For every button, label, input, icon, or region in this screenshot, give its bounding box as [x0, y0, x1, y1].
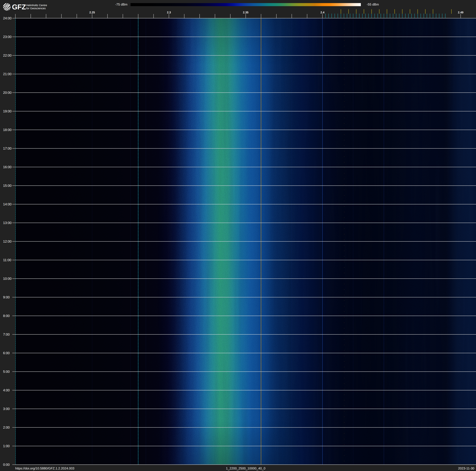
svg-text:21:00: 21:00	[3, 72, 12, 76]
svg-text:https://doi.org/10.5880/GFZ.1.: https://doi.org/10.5880/GFZ.1.2.2024.003	[15, 467, 74, 470]
svg-text:-55 dBm: -55 dBm	[367, 3, 379, 6]
svg-text:5:00: 5:00	[3, 370, 10, 374]
svg-text:6:00: 6:00	[3, 351, 10, 355]
svg-text:24:00: 24:00	[3, 16, 12, 20]
svg-text:10:00: 10:00	[3, 277, 12, 281]
svg-text:19:00: 19:00	[3, 109, 12, 113]
svg-text:for Geosciences: for Geosciences	[26, 7, 46, 10]
svg-text:16:00: 16:00	[3, 165, 12, 169]
svg-text:2:00: 2:00	[3, 425, 10, 429]
svg-text:Helmholtz Centre: Helmholtz Centre	[26, 4, 47, 7]
svg-text:15:00: 15:00	[3, 184, 12, 188]
svg-text:2.3: 2.3	[167, 11, 171, 14]
svg-text:13:00: 13:00	[3, 221, 12, 225]
svg-text:1_2200_2500_10000_40_0: 1_2200_2500_10000_40_0	[226, 467, 266, 470]
svg-text:14:00: 14:00	[3, 202, 12, 206]
svg-text:2.4: 2.4	[321, 11, 324, 14]
svg-text:11:00: 11:00	[3, 258, 11, 262]
svg-text:2023-11-30: 2023-11-30	[458, 467, 474, 470]
svg-text:0:00: 0:00	[3, 463, 10, 467]
svg-text:3:00: 3:00	[3, 407, 10, 411]
svg-text:7:00: 7:00	[3, 332, 10, 336]
svg-text:18:00: 18:00	[3, 128, 12, 132]
svg-text:4:00: 4:00	[3, 388, 10, 392]
svg-text:8:00: 8:00	[3, 314, 10, 318]
svg-text:23:00: 23:00	[3, 35, 12, 39]
svg-text:20:00: 20:00	[3, 91, 12, 94]
svg-text:1:00: 1:00	[3, 444, 10, 448]
svg-text:12:00: 12:00	[3, 239, 12, 243]
svg-text:9:00: 9:00	[3, 295, 10, 299]
svg-text:2.25: 2.25	[89, 11, 95, 14]
svg-text:GFZ: GFZ	[12, 3, 26, 11]
svg-text:17:00: 17:00	[3, 146, 12, 150]
svg-text:2.35: 2.35	[243, 11, 248, 14]
svg-text:22:00: 22:00	[3, 54, 12, 57]
svg-text:2.49: 2.49	[458, 11, 463, 14]
svg-text:-75 dBm: -75 dBm	[115, 3, 127, 6]
